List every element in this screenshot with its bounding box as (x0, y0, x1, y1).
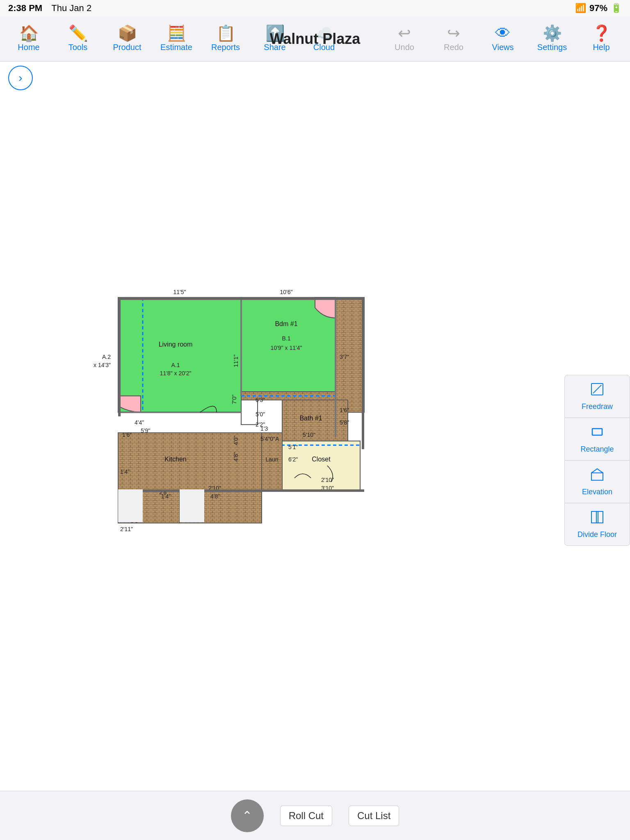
wall-right-v (335, 297, 336, 437)
rectangle-icon (590, 425, 605, 443)
left-wall (118, 297, 121, 416)
share-icon: ⬆️ (265, 25, 285, 41)
product-icon: 📦 (118, 25, 137, 41)
dim-top-bdm: 10'6" (280, 289, 292, 295)
dim-hall1: 1'3 (260, 425, 268, 432)
rectangle-tool[interactable]: Rectangle (565, 418, 630, 461)
toolbar-product[interactable]: 📦 Product (103, 21, 152, 57)
toolbar-tools[interactable]: ✏️ Tools (53, 21, 103, 57)
reports-label: Reports (211, 43, 240, 52)
nav-forward-button[interactable]: › (8, 66, 33, 90)
kitchen-label: Kitchen (164, 456, 186, 463)
dim-lr-bottom: 2'11" (120, 526, 133, 532)
top-wall (118, 297, 364, 300)
wall-lr-bottom (118, 411, 241, 413)
toolbar-share[interactable]: ⬆️ Share (250, 21, 299, 57)
cutlist-label: Cut List (357, 810, 390, 821)
toolbar: 🏠 Home ✏️ Tools 📦 Product 🧮 Estimate 📋 R… (0, 16, 630, 62)
toolbar-help[interactable]: ❓ Help (577, 21, 626, 57)
dim-bath1: 6'3" (256, 397, 265, 403)
svg-rect-9 (592, 429, 602, 435)
rollcut-label: Roll Cut (289, 810, 324, 821)
redo-label: Redo (444, 43, 463, 52)
rollcut-tab[interactable]: Roll Cut (280, 806, 332, 826)
toolbar-settings[interactable]: ⚙️ Settings (527, 21, 577, 57)
dim-a2: A.2 (102, 354, 111, 360)
bdm1-sublabel: B.1 (282, 335, 290, 342)
rectangle-label: Rectangle (580, 445, 614, 454)
svg-rect-10 (591, 473, 603, 480)
living-room-dim: A.1 (171, 362, 180, 368)
dim-corner1: 4'4" (135, 419, 144, 426)
freedraw-label: Freedraw (582, 402, 613, 411)
chevron-right-icon: › (18, 71, 22, 84)
laundry-label: Laun (265, 456, 278, 463)
bath1-label: Bath #1 (299, 415, 322, 422)
dim-top-living: 11'5" (173, 289, 186, 295)
product-label: Product (113, 43, 142, 52)
expand-button[interactable]: ⌃ (231, 799, 264, 832)
dim-closet2: 6'2" (288, 456, 298, 463)
toolbar-views[interactable]: 👁 Views (478, 21, 527, 57)
canvas-area[interactable]: Living room A.1 11'8" x 20'2" Bdm #1 B.1… (0, 62, 630, 791)
opening1 (118, 489, 143, 522)
cloud-label: Cloud (313, 43, 335, 52)
cutlist-tab[interactable]: Cut List (349, 806, 399, 826)
home-icon: 🏠 (19, 25, 39, 41)
dim-lr-left: 1'4" (120, 468, 130, 475)
dim-right1: 3'7" (340, 354, 349, 360)
kitchen-rect (118, 433, 262, 490)
estimate-label: Estimate (160, 43, 192, 52)
dim-bath2: 5'0" (256, 411, 265, 418)
settings-label: Settings (537, 43, 567, 52)
status-date: Thu Jan 2 (51, 3, 91, 13)
dividefloor-icon (590, 510, 605, 528)
toolbar-home[interactable]: 🏠 Home (4, 21, 53, 57)
elevation-tool[interactable]: Elevation (565, 461, 630, 503)
freedraw-tool[interactable]: Freedraw (565, 375, 630, 418)
settings-icon: ⚙️ (543, 25, 562, 41)
dim-corner2: 5'9" (141, 427, 150, 434)
closet-label: Closet (312, 456, 331, 463)
toolbar-estimate[interactable]: 🧮 Estimate (152, 21, 201, 57)
status-bar: 2:38 PM Thu Jan 2 📶 97% 🔋 (0, 0, 630, 16)
right-wall (362, 297, 364, 449)
help-label: Help (593, 43, 609, 52)
dividefloor-label: Divide Floor (578, 530, 617, 539)
dim-lower4: 4'8" (210, 493, 220, 500)
redo-icon: ↪ (447, 25, 460, 41)
floorplan: Living room A.1 11'8" x 20'2" Bdm #1 B.1… (94, 285, 463, 598)
right-tools-panel: Freedraw Rectangle Elevation (564, 375, 630, 546)
dim-right2: 1'6" (340, 407, 349, 413)
bottom-bar: ⌃ Roll Cut Cut List (0, 791, 630, 840)
views-label: Views (492, 43, 514, 52)
toolbar-reports[interactable]: 📋 Reports (201, 21, 250, 57)
opening2 (180, 489, 204, 522)
battery-bar-icon: 🔋 (611, 3, 622, 14)
bottom-wall-right (282, 489, 364, 492)
toolbar-cloud[interactable]: ☁️ Cloud (299, 21, 349, 57)
dim-kitchen-side1: 4'0" (233, 436, 239, 445)
bdm1-label: Bdm #1 (275, 320, 297, 327)
status-time: 2:38 PM (8, 3, 42, 13)
dividefloor-tool[interactable]: Divide Floor (565, 503, 630, 546)
share-label: Share (264, 43, 285, 52)
living-room-dim2: 11'8" x 20'2" (160, 370, 192, 377)
toolbar-redo: ↪ Redo (429, 21, 478, 57)
dim-right3: 5'8" (340, 419, 349, 426)
toolbar-undo: ↩ Undo (380, 21, 429, 57)
status-right-icons: 📶 97% 🔋 (575, 3, 622, 14)
living-room-rect (118, 297, 241, 412)
living-room-label: Living room (159, 341, 193, 348)
dim-hall-v: 11'1" (233, 354, 239, 367)
home-label: Home (18, 43, 39, 52)
tools-icon: ✏️ (68, 25, 88, 41)
undo-icon: ↩ (398, 25, 411, 41)
dim-kitchen-side2: 4'8" (233, 452, 239, 461)
tools-label: Tools (68, 43, 88, 52)
reports-icon: 📋 (216, 25, 235, 41)
expand-icon: ⌃ (242, 808, 252, 823)
bdm1-dim: 10'9" x 11'4" (271, 345, 302, 351)
wifi-icon: 📶 (575, 3, 586, 14)
wall-center-v (240, 297, 242, 396)
